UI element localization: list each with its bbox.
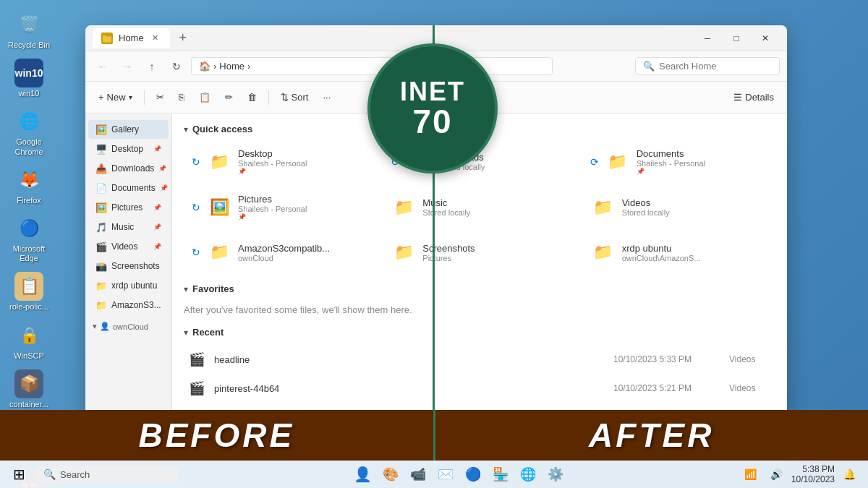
qa-item-screenshots[interactable]: 📁 Screenshots Pictures <box>383 233 576 272</box>
desktop-folder-icon: 📁 <box>206 149 232 175</box>
headline-type: Videos <box>729 354 773 364</box>
sidebar-item-xrdp[interactable]: 📁 xrdp ubuntu <box>88 276 169 295</box>
rename-button[interactable]: ✏ <box>219 89 239 106</box>
sidebar-item-downloads[interactable]: 📥 Downloads 📌 <box>88 159 169 178</box>
sidebar-item-screenshots[interactable]: 📸 Screenshots <box>88 257 169 275</box>
taskbar-edge-icon[interactable]: 🔵 <box>461 463 485 486</box>
recent-item-headline[interactable]: 🎬 headline 10/10/2023 5:33 PM Videos <box>184 345 775 374</box>
firefox-icon: 🦊 <box>14 166 43 194</box>
new-icon: + <box>98 92 104 103</box>
paste-button[interactable]: 📋 <box>193 89 216 106</box>
taskbar-wifi-icon[interactable]: 📶 <box>739 463 762 486</box>
quick-access-grid: ↻ 📁 Desktop Shailesh - Personal 📌 ↻ 📁 <box>184 142 775 272</box>
taskbar-search-box[interactable]: 🔍 Search <box>35 466 179 483</box>
sidebar-item-pictures[interactable]: 🖼️ Pictures 📌 <box>88 198 169 217</box>
sidebar-item-amazon[interactable]: 📁 AmazonS3... <box>88 296 169 314</box>
new-button[interactable]: + New ▾ <box>93 89 138 106</box>
taskbar-chrome-icon[interactable]: 🌐 <box>516 463 540 486</box>
sidebar-item-music[interactable]: 🎵 Music 📌 <box>88 218 169 236</box>
chrome-icon: 🌐 <box>14 107 43 136</box>
documents-sync-icon: ⟳ <box>590 156 599 168</box>
desktop-icon-firefox[interactable]: 🦊 Firefox <box>4 163 54 208</box>
desktop-icons-container: 🗑️ Recycle Bin win10 win10 🌐 Google Chro… <box>0 0 87 419</box>
desktop-icon-role[interactable]: 📋 role-polic... <box>4 269 54 314</box>
path-home: Home <box>219 61 244 72</box>
documents-qa-pin: 📌 <box>637 168 767 175</box>
recycle-bin-icon: 🗑️ <box>14 10 43 39</box>
taskbar-notification-icon[interactable]: 🔔 <box>838 463 861 486</box>
new-tab-button[interactable]: + <box>173 28 193 48</box>
desktop-icon-container[interactable]: 📦 container... <box>4 367 54 412</box>
screenshots-sidebar-icon: 📸 <box>95 260 107 272</box>
taskbar-volume-icon[interactable]: 🔊 <box>765 463 788 486</box>
sidebar-item-desktop[interactable]: 🖥️ Desktop 📌 <box>88 140 169 158</box>
taskbar-date-text: 10/10/2023 <box>791 474 835 484</box>
sidebar-item-videos[interactable]: 🎬 Videos 📌 <box>88 237 169 256</box>
delete-button[interactable]: 🗑 <box>242 89 263 106</box>
close-button[interactable]: ✕ <box>751 25 780 51</box>
videos-sidebar-icon: 🎬 <box>95 241 107 252</box>
recent-title: Recent <box>192 327 224 338</box>
desktop-icon-win10[interactable]: win10 win10 <box>4 56 54 101</box>
favorites-title: Favorites <box>192 283 234 294</box>
desktop-icon-winscp[interactable]: 🔒 WinSCP <box>4 318 54 364</box>
desktop-icon-edge[interactable]: 🔵 Microsoft Edge <box>4 211 54 266</box>
favorites-header: ▾ Favorites <box>184 283 775 294</box>
videos-folder-icon: 📁 <box>590 194 616 221</box>
qa-item-desktop[interactable]: ↻ 📁 Desktop Shailesh - Personal 📌 <box>184 142 377 181</box>
desktop-qa-name: Desktop <box>238 148 369 159</box>
cut-button[interactable]: ✂ <box>150 89 170 106</box>
qa-item-documents[interactable]: ⟳ 📁 Documents Shailesh - Personal 📌 <box>582 142 775 181</box>
desktop-icon-recycle-bin[interactable]: 🗑️ Recycle Bin <box>4 7 54 53</box>
desktop-icon-chrome[interactable]: 🌐 Google Chrome <box>4 104 54 159</box>
qa-item-amazon[interactable]: ↻ 📁 AmazonS3compatib... ownCloud <box>184 233 377 272</box>
container-icon: 📦 <box>14 369 43 398</box>
qa-item-pictures[interactable]: ↻ 🖼️ Pictures Shailesh - Personal 📌 <box>184 187 377 227</box>
amazon-sidebar-icon: 📁 <box>95 299 107 311</box>
sort-button[interactable]: ⇅ Sort <box>275 89 315 106</box>
videos-info: Videos Stored locally <box>622 197 767 217</box>
sidebar-item-gallery[interactable]: 🖼️ Gallery <box>88 120 169 139</box>
up-button[interactable]: ↑ <box>142 56 162 77</box>
screenshots-qa-name: Screenshots <box>422 243 568 254</box>
documents-folder-icon: 📁 <box>605 149 631 175</box>
more-button[interactable]: ··· <box>317 89 336 106</box>
taskbar-store-icon[interactable]: 🏪 <box>489 463 512 486</box>
desktop: 🗑️ Recycle Bin win10 win10 🌐 Google Chro… <box>0 0 868 488</box>
maximize-button[interactable]: □ <box>722 25 751 51</box>
sidebar-gallery-label: Gallery <box>111 124 139 134</box>
sidebar-item-documents[interactable]: 📄 Documents 📌 <box>88 179 169 197</box>
qa-item-music[interactable]: 📁 Music Stored locally <box>383 187 576 227</box>
search-input[interactable] <box>659 61 772 72</box>
address-path[interactable]: 🏠 › Home › <box>191 57 553 75</box>
details-button[interactable]: ☰ Details <box>728 89 780 106</box>
search-icon: 🔍 <box>643 61 655 72</box>
taskbar-app1-icon[interactable]: 🎨 <box>379 463 402 486</box>
tab-home[interactable]: Home ✕ <box>93 28 170 48</box>
documents-info: Documents Shailesh - Personal 📌 <box>637 148 767 175</box>
recent-toggle[interactable]: ▾ <box>184 328 188 338</box>
forward-button[interactable]: → <box>117 56 137 77</box>
qa-item-xrdp[interactable]: 📁 xrdp ubuntu ownCloud\AmazonS... <box>582 233 775 272</box>
refresh-button[interactable]: ↻ <box>166 56 187 77</box>
tab-close-button[interactable]: ✕ <box>150 33 161 44</box>
quick-access-toggle[interactable]: ▾ <box>184 124 188 134</box>
minimize-button[interactable]: ─ <box>693 25 722 51</box>
favorites-toggle[interactable]: ▾ <box>184 284 188 294</box>
taskbar-app3-icon[interactable]: ✉️ <box>434 463 457 486</box>
recent-item-pinterest[interactable]: 🎬 pinterest-44b64 10/10/2023 5:21 PM Vid… <box>184 374 775 403</box>
taskbar: ⊞ 🔍 Search 👤 🎨 📹 ✉️ 🔵 🏪 🌐 ⚙️ 📶 🔊 5:38 PM… <box>0 461 868 488</box>
qa-item-videos[interactable]: 📁 Videos Stored locally <box>582 187 775 227</box>
taskbar-settings-icon[interactable]: ⚙️ <box>544 463 567 486</box>
search-box[interactable]: 🔍 <box>635 57 780 75</box>
winscp-icon: 🔒 <box>14 321 43 350</box>
back-button[interactable]: ← <box>93 56 113 77</box>
desktop-pin: 📌 <box>153 145 161 153</box>
copy-button[interactable]: ⎘ <box>173 89 190 106</box>
taskbar-files-icon[interactable]: 👤 <box>352 463 375 486</box>
start-button[interactable]: ⊞ <box>7 463 30 486</box>
pictures-info: Pictures Shailesh - Personal 📌 <box>238 194 369 221</box>
pinterest-date: 10/10/2023 5:21 PM <box>613 383 722 393</box>
taskbar-app2-icon[interactable]: 📹 <box>407 463 430 486</box>
pictures-qa-name: Pictures <box>238 194 369 205</box>
